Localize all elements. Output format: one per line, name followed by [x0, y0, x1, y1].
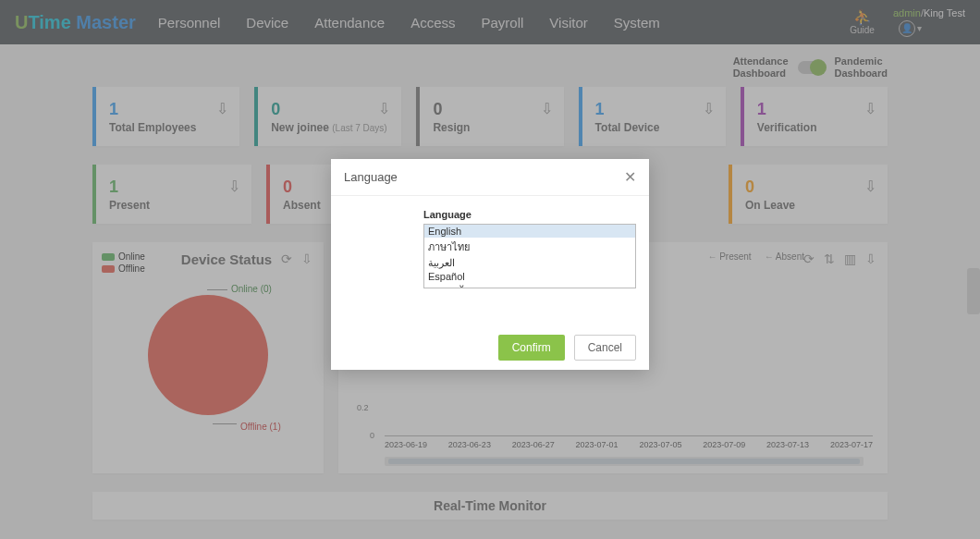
modal-header: Language ✕ — [331, 159, 649, 196]
close-icon[interactable]: ✕ — [624, 168, 636, 186]
language-select[interactable]: EnglishภาษาไทยالعربيةEspañolрусский язык… — [423, 224, 636, 288]
modal-footer: Confirm Cancel — [331, 325, 649, 370]
language-field-label: Language — [423, 209, 636, 220]
language-option[interactable]: русский язык — [424, 283, 635, 288]
language-option[interactable]: English — [424, 225, 635, 238]
language-option[interactable]: Español — [424, 270, 635, 283]
language-option[interactable]: ภาษาไทย — [424, 238, 635, 256]
confirm-button[interactable]: Confirm — [498, 335, 565, 361]
language-modal: Language ✕ Language Englishภาษาไทยالعربي… — [331, 159, 649, 370]
modal-body: Language EnglishภาษาไทยالعربيةEspañolрус… — [331, 196, 649, 325]
language-option[interactable]: العربية — [424, 256, 635, 270]
modal-title: Language — [344, 170, 398, 184]
modal-overlay: Language ✕ Language Englishภาษาไทยالعربي… — [0, 0, 980, 539]
cancel-button[interactable]: Cancel — [574, 335, 636, 361]
